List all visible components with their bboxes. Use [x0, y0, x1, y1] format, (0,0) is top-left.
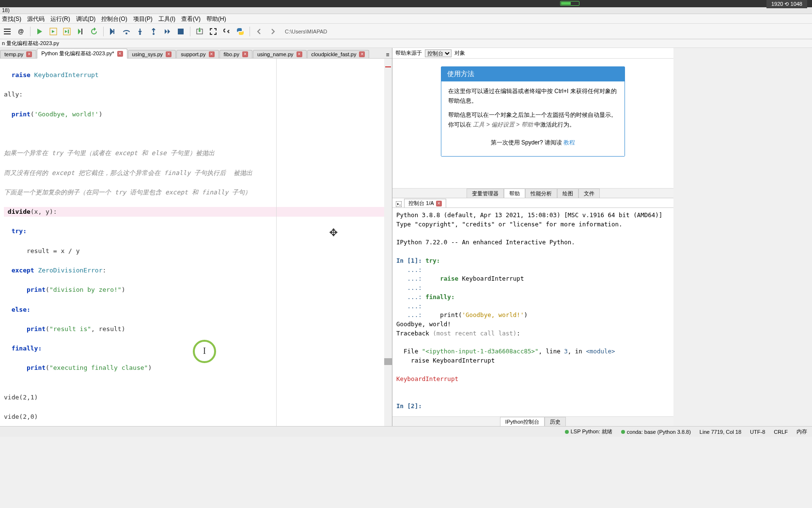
status-encoding: UTF-8	[750, 429, 765, 435]
close-icon[interactable]: ×	[242, 51, 248, 57]
svg-point-3	[139, 33, 141, 35]
status-eol: CRLF	[774, 429, 788, 435]
status-conda: conda: base (Python 3.8.8)	[621, 429, 691, 435]
svg-point-2	[125, 32, 127, 34]
toolbar: @ C:\Users\MIAPAD	[0, 24, 812, 39]
close-icon[interactable]: ×	[209, 51, 215, 57]
system-top-bar: 1920 ⟲ 1048	[0, 0, 812, 7]
tab-quantbase[interactable]: Python 量化编程基础-2023.py*×	[37, 48, 127, 59]
menu-console[interactable]: 控制台(O)	[101, 15, 127, 22]
console-output[interactable]: Python 3.8.8 (default, Apr 13 2021, 15:0…	[392, 208, 673, 416]
tb-rerun-icon[interactable]	[89, 26, 99, 37]
help-card-title: 使用方法	[441, 67, 625, 81]
help-tabs: 变量管理器 帮助 性能分析 绘图 文件	[392, 188, 673, 198]
editor-scroll-thumb[interactable]	[384, 358, 392, 365]
code-editor[interactable]: raise KeyboardInterrupt ally: print('Goo…	[0, 59, 392, 426]
console-bottom-tabs: IPython控制台 历史	[392, 416, 673, 426]
tb-stop-icon[interactable]	[175, 26, 186, 37]
console-tab-1a[interactable]: 控制台 1/A ×	[404, 199, 446, 207]
tab-ipython-console[interactable]: IPython控制台	[500, 417, 545, 426]
help-header: 帮助来源于 控制台 对象	[392, 48, 673, 59]
console-pane: 控制台 1/A × Python 3.8.8 (default, Apr 13 …	[392, 198, 673, 426]
window-title: 18)	[0, 7, 812, 14]
tb-back-icon[interactable]	[254, 26, 265, 37]
menu-debug[interactable]: 调试(D)	[76, 15, 96, 22]
editor-scrollbar[interactable]	[384, 59, 392, 426]
tab-variable-explorer[interactable]: 变量管理器	[467, 189, 504, 198]
close-icon[interactable]: ×	[436, 201, 442, 206]
close-icon[interactable]: ×	[297, 51, 302, 57]
tb-step-out-icon[interactable]	[148, 26, 159, 37]
help-object-label: 对象	[454, 49, 465, 57]
tab-support[interactable]: support.py×	[176, 50, 219, 58]
tb-step-into-icon[interactable]	[135, 26, 145, 37]
help-card: 使用方法 在这里你可以通过在编辑器或者终端中按 Ctrl+I 来获得任何对象的帮…	[441, 66, 625, 157]
status-memory: 内存	[796, 428, 807, 435]
tab-plots[interactable]: 绘图	[557, 189, 578, 198]
help-tutorial-link[interactable]: 教程	[563, 139, 575, 146]
tb-at-icon[interactable]: @	[16, 26, 26, 37]
svg-rect-5	[178, 29, 184, 34]
tb-run-icon[interactable]	[34, 26, 45, 37]
svg-point-4	[153, 33, 155, 35]
status-position: Line 7719, Col 18	[700, 429, 741, 435]
menu-view[interactable]: 查看(V)	[181, 15, 201, 22]
tab-history[interactable]: 历史	[545, 417, 566, 426]
tab-temp[interactable]: temp.py×	[0, 50, 36, 58]
status-bar: LSP Python: 就绪 conda: base (Python 3.8.8…	[0, 426, 812, 437]
status-lsp: LSP Python: 就绪	[565, 428, 612, 435]
tb-run-selection-icon[interactable]	[75, 26, 86, 37]
green-dot-icon	[565, 430, 569, 434]
help-source-label: 帮助来源于	[395, 49, 422, 57]
menu-search[interactable]: 查找(S)	[2, 15, 21, 22]
close-icon[interactable]: ×	[117, 51, 123, 57]
text-cursor-highlight: I	[193, 340, 216, 363]
menu-help[interactable]: 帮助(H)	[206, 15, 226, 22]
editor-pane: temp.py× Python 量化编程基础-2023.py*× using_s…	[0, 48, 392, 426]
tab-profiler[interactable]: 性能分析	[525, 189, 557, 198]
tb-run-cell-advance-icon[interactable]	[62, 26, 72, 37]
menu-tools[interactable]: 工具(I)	[158, 15, 175, 22]
close-icon[interactable]: ×	[166, 51, 172, 57]
tb-import-icon[interactable]	[194, 26, 205, 37]
scroll-error-mark	[385, 66, 391, 67]
move-cursor-icon: ✥	[329, 221, 338, 242]
editor-guide-line	[276, 59, 277, 426]
tb-run-cell-icon[interactable]	[48, 26, 59, 37]
tab-cloudpickle[interactable]: cloudpickle_fast.py×	[307, 50, 370, 58]
help-source-select[interactable]: 控制台	[425, 49, 452, 57]
battery-icon	[560, 1, 579, 6]
resolution-badge: 1920 ⟲ 1048	[766, 0, 807, 8]
right-pane: 帮助来源于 控制台 对象 使用方法 在这里你可以通过在编辑器或者终端中按 Ctr…	[392, 48, 673, 426]
tab-help[interactable]: 帮助	[504, 189, 525, 198]
tab-files[interactable]: 文件	[578, 189, 600, 198]
tb-settings-icon[interactable]	[221, 26, 232, 37]
help-text-2: 帮助信息可以在一个对象之后加上一个左圆括号的时候自动显示。你可以在 工具 > 偏…	[448, 110, 618, 130]
breadcrumb: n 量化编程基础-2023.py	[0, 39, 812, 48]
tab-fibo[interactable]: fibo.py×	[219, 50, 252, 58]
tb-python-icon[interactable]	[235, 26, 246, 37]
tb-step-over-icon[interactable]	[121, 26, 132, 37]
tb-continue-icon[interactable]	[162, 26, 172, 37]
tb-maximize-icon[interactable]	[208, 26, 219, 37]
green-dot-icon	[621, 430, 625, 434]
editor-tab-bar: temp.py× Python 量化编程基础-2023.py*× using_s…	[0, 48, 392, 59]
help-footer: 第一次使用 Spyder? 请阅读 教程	[448, 134, 618, 151]
help-text-1: 在这里你可以通过在编辑器或者终端中按 Ctrl+I 来获得任何对象的帮助信息。	[448, 86, 618, 106]
menu-bar: 查找(S) 源代码 运行(R) 调试(D) 控制台(O) 项目(P) 工具(I)…	[0, 14, 812, 24]
tab-using-name[interactable]: using_name.py×	[253, 50, 307, 58]
tb-hamburger-icon[interactable]	[2, 26, 13, 37]
console-prompt-icon[interactable]	[395, 201, 402, 207]
tb-forward-icon[interactable]	[267, 26, 278, 37]
menu-project[interactable]: 项目(P)	[133, 15, 153, 22]
help-pane: 帮助来源于 控制台 对象 使用方法 在这里你可以通过在编辑器或者终端中按 Ctr…	[392, 48, 673, 198]
menu-run[interactable]: 运行(R)	[50, 15, 70, 22]
menu-sourcecode[interactable]: 源代码	[27, 15, 45, 22]
close-icon[interactable]: ×	[359, 51, 365, 57]
tab-using-sys[interactable]: using_sys.py×	[128, 50, 176, 58]
console-tab-bar: 控制台 1/A ×	[392, 198, 673, 208]
toolbar-path: C:\Users\MIAPAD	[285, 29, 327, 34]
close-icon[interactable]: ×	[26, 51, 32, 57]
tab-menu-icon[interactable]: ≡	[383, 51, 392, 58]
tb-debug-icon[interactable]	[108, 26, 118, 37]
